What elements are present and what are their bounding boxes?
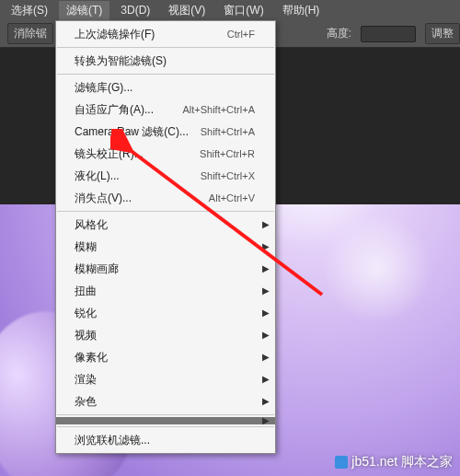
menu-item-shortcut: Ctrl+F (227, 27, 255, 41)
submenu-arrow-icon: ▶ (262, 284, 270, 298)
menu-item-sharpen[interactable]: 锐化 ▶ (56, 302, 275, 324)
menu-view[interactable]: 视图(V) (161, 1, 213, 20)
menu-item-shortcut: Shift+Ctrl+A (201, 124, 255, 139)
filter-menu-dropdown: 上次滤镜操作(F) Ctrl+F 转换为智能滤镜(S) 滤镜库(G)... 自适… (55, 20, 276, 454)
submenu-arrow-icon: ▶ (262, 306, 270, 320)
menu-select[interactable]: 选择(S) (4, 1, 55, 20)
submenu-arrow-icon: ▶ (262, 394, 270, 409)
submenu-arrow-icon: ▶ (262, 261, 270, 276)
menu-item-label: Camera Raw 滤镜(C)... (75, 124, 189, 139)
menu-item-label: 消失点(V)... (75, 191, 132, 205)
submenu-arrow-icon: ▶ (262, 239, 270, 254)
height-field[interactable] (361, 26, 416, 42)
menu-item-filter-gallery[interactable]: 滤镜库(G)... (56, 76, 275, 99)
menu-item-label: 扭曲 (75, 284, 97, 298)
submenu-arrow-icon: ▶ (262, 350, 270, 365)
menu-item-stylize[interactable]: 风格化 ▶ (56, 214, 275, 236)
menu-item-plugin[interactable]: ▶ (56, 417, 275, 424)
watermark-text: jb51.net 脚本之家 (351, 454, 453, 470)
submenu-arrow-icon: ▶ (262, 413, 270, 428)
menu-item-label: 渲染 (75, 372, 97, 387)
menu-item-video[interactable]: 视频 ▶ (56, 324, 275, 346)
menubar: 选择(S) 滤镜(T) 3D(D) 视图(V) 窗口(W) 帮助(H) (0, 0, 460, 20)
menu-item-shortcut: Alt+Shift+Ctrl+A (182, 102, 255, 117)
menu-item-liquify[interactable]: 液化(L)... Shift+Ctrl+X (56, 165, 275, 187)
menu-item-label: 杂色 (75, 394, 97, 409)
watermark: jb51.net 脚本之家 (335, 454, 453, 470)
menu-item-label: 镜头校正(R)... (75, 146, 144, 161)
menu-item-label: 液化(L)... (75, 168, 120, 183)
menu-window[interactable]: 窗口(W) (216, 1, 270, 20)
menu-separator (57, 47, 274, 48)
menu-separator (57, 414, 274, 415)
menu-item-adaptive-wide-angle[interactable]: 自适应广角(A)... Alt+Shift+Ctrl+A (56, 99, 275, 121)
menu-item-camera-raw[interactable]: Camera Raw 滤镜(C)... Shift+Ctrl+A (56, 121, 275, 143)
menu-help[interactable]: 帮助(H) (275, 1, 328, 20)
menu-item-shortcut: Shift+Ctrl+R (200, 146, 255, 161)
height-label: 高度: (327, 26, 351, 41)
menu-item-label: 像素化 (75, 350, 108, 365)
menu-separator (57, 74, 274, 75)
menu-item-shortcut: Shift+Ctrl+X (201, 168, 255, 183)
menu-item-blur[interactable]: 模糊 ▶ (56, 236, 275, 258)
menu-item-lens-correction[interactable]: 镜头校正(R)... Shift+Ctrl+R (56, 143, 275, 165)
menu-item-last-filter[interactable]: 上次滤镜操作(F) Ctrl+F (56, 23, 275, 45)
watermark-icon (335, 456, 348, 469)
menu-item-label: 浏览联机滤镜... (75, 433, 150, 447)
menu-item-browse-online[interactable]: 浏览联机滤镜... (56, 429, 275, 451)
submenu-arrow-icon: ▶ (262, 372, 270, 387)
menu-item-vanishing-point[interactable]: 消失点(V)... Alt+Ctrl+V (56, 187, 275, 209)
menu-item-render[interactable]: 渲染 ▶ (56, 368, 275, 390)
menu-separator (57, 211, 274, 212)
menu-item-blur-gallery[interactable]: 模糊画廊 ▶ (56, 258, 275, 280)
menu-3d[interactable]: 3D(D) (113, 2, 157, 18)
menu-item-convert-smart[interactable]: 转换为智能滤镜(S) (56, 50, 275, 72)
menu-filter[interactable]: 滤镜(T) (59, 1, 109, 20)
menu-item-noise[interactable]: 杂色 ▶ (56, 390, 275, 412)
menu-item-label: 视频 (75, 328, 97, 342)
submenu-arrow-icon: ▶ (262, 217, 270, 232)
menu-item-distort[interactable]: 扭曲 ▶ (56, 280, 275, 302)
menu-item-label: 模糊画廊 (75, 261, 119, 276)
menu-item-label: 锐化 (75, 306, 97, 320)
menu-item-pixelate[interactable]: 像素化 ▶ (56, 346, 275, 368)
menu-item-label: 自适应广角(A)... (75, 102, 154, 117)
antialias-button[interactable]: 消除锯 (7, 23, 53, 44)
menu-separator (57, 426, 274, 427)
adjust-button[interactable]: 调整 (425, 23, 460, 44)
menu-item-label: 风格化 (75, 217, 108, 232)
menu-item-label: 模糊 (75, 239, 97, 254)
menu-item-label: 上次滤镜操作(F) (75, 27, 155, 41)
menu-item-shortcut: Alt+Ctrl+V (209, 191, 255, 205)
submenu-arrow-icon: ▶ (262, 328, 270, 342)
menu-item-label: 滤镜库(G)... (75, 80, 132, 95)
menu-item-label: 转换为智能滤镜(S) (75, 53, 167, 68)
